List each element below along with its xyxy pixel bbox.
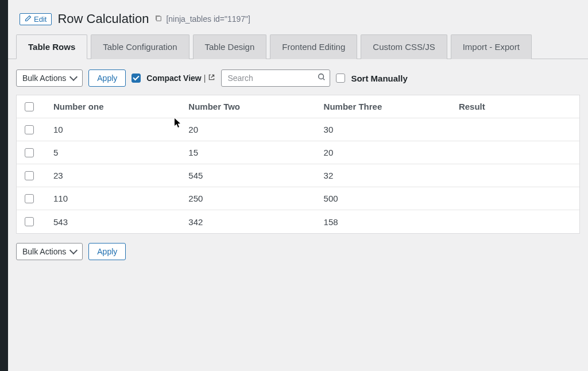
tab-label: Table Configuration — [103, 42, 177, 52]
page-title: Row Calculation — [57, 11, 149, 26]
table-row[interactable]: 110 250 500 — [17, 187, 579, 210]
cell: 5 — [53, 148, 188, 157]
tab-table-design[interactable]: Table Design — [193, 34, 267, 59]
shortcode-text: [ninja_tables id="1197"] — [166, 14, 250, 24]
tab-label: Table Design — [205, 42, 255, 52]
table-header-row: Number one Number Two Number Three Resul… — [17, 95, 579, 118]
cell: 500 — [324, 194, 459, 203]
apply-button-label: Apply — [97, 74, 117, 83]
cell: 30 — [324, 125, 459, 134]
table-row[interactable]: 543 342 158 — [17, 210, 579, 233]
cell: 543 — [53, 217, 188, 227]
tab-label: Custom CSS/JS — [373, 42, 435, 52]
pencil-icon — [25, 15, 32, 24]
apply-button-bottom[interactable]: Apply — [88, 243, 126, 260]
cell: 23 — [53, 171, 188, 180]
compact-view-checkbox[interactable] — [131, 74, 141, 83]
select-all-checkbox[interactable] — [25, 102, 34, 111]
tab-table-configuration[interactable]: Table Configuration — [91, 34, 189, 59]
cell: 158 — [324, 217, 459, 227]
search-input[interactable] — [221, 69, 330, 87]
row-checkbox[interactable] — [25, 125, 34, 134]
edit-button-label: Edit — [34, 15, 47, 24]
tab-label: Table Rows — [28, 42, 75, 52]
edit-button[interactable]: Edit — [20, 13, 52, 25]
popout-icon[interactable] — [208, 74, 215, 83]
svg-rect-0 — [157, 16, 161, 21]
data-table: Number one Number Two Number Three Resul… — [16, 95, 580, 234]
apply-button-label: Apply — [97, 247, 117, 256]
page: Edit Row Calculation [ninja_tables id="1… — [0, 0, 588, 268]
table-row[interactable]: 5 15 20 — [17, 141, 579, 164]
compact-view-label: Compact View — [146, 74, 201, 83]
cell: 20 — [188, 125, 323, 134]
bulk-actions-label: Bulk Actions — [22, 247, 66, 256]
column-header[interactable]: Number Three — [324, 102, 459, 111]
copy-icon — [154, 14, 163, 24]
search-wrap — [221, 69, 330, 87]
tab-frontend-editing[interactable]: Frontend Editing — [270, 34, 357, 59]
row-checkbox[interactable] — [25, 217, 34, 226]
row-checkbox[interactable] — [25, 148, 34, 157]
bulk-actions-select-bottom[interactable]: Bulk Actions — [16, 243, 83, 260]
column-header[interactable]: Number one — [53, 102, 188, 111]
row-checkbox[interactable] — [25, 171, 34, 180]
tab-import-export[interactable]: Import - Export — [451, 34, 532, 59]
tab-custom-css-js[interactable]: Custom CSS/JS — [361, 34, 447, 59]
column-header[interactable]: Result — [459, 102, 571, 111]
cell: 545 — [188, 171, 323, 180]
table-row[interactable]: 10 20 30 — [17, 118, 579, 141]
title-row: Edit Row Calculation [ninja_tables id="1… — [8, 0, 588, 34]
cell: 32 — [324, 171, 459, 180]
cell: 15 — [188, 148, 323, 157]
svg-point-1 — [319, 74, 324, 79]
column-header[interactable]: Number Two — [188, 102, 323, 111]
cell: 10 — [53, 125, 188, 134]
separator: | — [204, 74, 206, 83]
sort-manually-label: Sort Manually — [351, 74, 407, 83]
toolbar-top: Bulk Actions Apply Compact View | Sort M… — [8, 59, 588, 95]
row-checkbox[interactable] — [25, 194, 34, 203]
shortcode-chip[interactable]: [ninja_tables id="1197"] — [154, 14, 250, 24]
search-icon — [318, 73, 326, 83]
sort-manually-checkbox[interactable] — [336, 74, 345, 83]
cell: 20 — [324, 148, 459, 157]
tab-label: Frontend Editing — [282, 42, 345, 52]
tabs: Table Rows Table Configuration Table Des… — [8, 34, 588, 59]
apply-button[interactable]: Apply — [88, 69, 126, 87]
cell: 342 — [188, 217, 323, 227]
tab-label: Import - Export — [463, 42, 520, 52]
bulk-actions-label: Bulk Actions — [22, 74, 66, 83]
bulk-actions-select[interactable]: Bulk Actions — [16, 69, 83, 87]
cell: 110 — [53, 194, 188, 203]
cell: 250 — [188, 194, 323, 203]
tab-table-rows[interactable]: Table Rows — [16, 34, 87, 59]
compact-view-label-group: Compact View | — [146, 74, 215, 83]
table-row[interactable]: 23 545 32 — [17, 164, 579, 187]
admin-sidebar-edge — [0, 0, 8, 371]
toolbar-bottom: Bulk Actions Apply — [8, 234, 588, 268]
